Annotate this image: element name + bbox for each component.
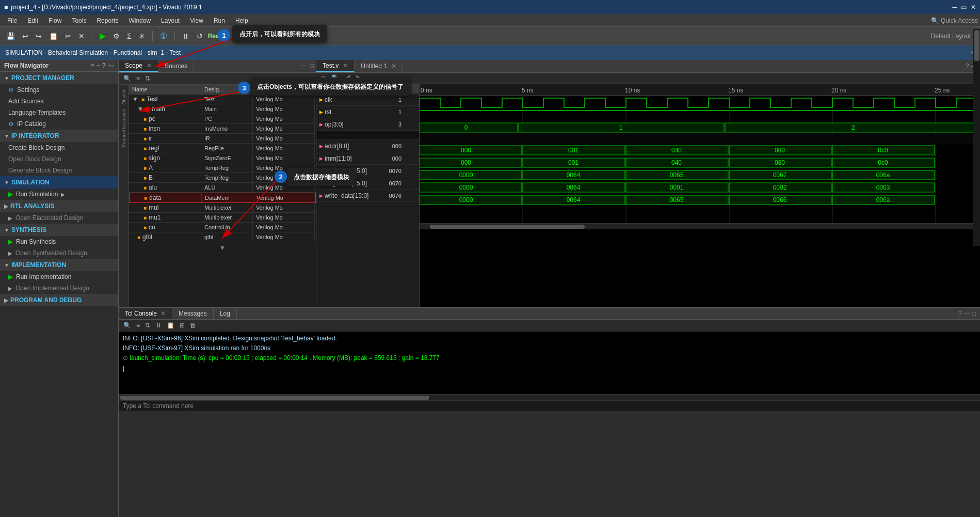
toolbar-delete[interactable]: ✕ [76,31,87,41]
protocol-instances-label[interactable]: Protocol Instances [121,109,126,147]
toolbar-pause[interactable]: ⏸ [180,31,191,41]
section-project-manager[interactable]: ▼ PROJECT MANAGER [0,72,118,84]
nav-language-templates[interactable]: Language Templates [0,107,118,118]
tab-scope-close[interactable]: ✕ [147,62,152,69]
nav-minus-icon[interactable]: − [97,62,100,69]
console-scrollbar-thumb[interactable] [120,396,429,400]
testv-close[interactable]: ✕ [343,62,348,69]
console-search-btn[interactable]: 🔍 [122,321,133,330]
console-minimize-icon[interactable]: — [964,310,970,317]
toolbar-num[interactable]: ① [158,30,169,42]
console-input-bar[interactable]: Type a Tcl command here [119,400,980,411]
nav-generate-block-design[interactable]: Generate Block Design [0,165,118,176]
menu-file[interactable]: File [2,16,22,25]
scope-row-main[interactable]: ▼ ■ main Main Verilog Mo [129,104,316,114]
scope-row-pc[interactable]: ■ pc PC Verilog Mo [129,114,316,124]
scope-maximize[interactable]: □ [308,60,316,72]
tab-tcl-console[interactable]: Tcl Console ✕ [119,308,172,319]
nav-help-icon[interactable]: ? [102,62,106,69]
wave-row-clk[interactable]: ▶ clk 1 [316,93,419,106]
menu-tools[interactable]: Tools [67,16,91,25]
wave-scrollbar-thumb[interactable] [430,225,585,229]
nav-open-synthesized[interactable]: ▶ Open Synthesized Design [0,247,118,259]
wave-row-regdata1[interactable]: ▶ Regdata1[15:0] 0070 [316,165,419,177]
console-maximize-icon[interactable]: □ [972,310,976,317]
nav-create-block-design[interactable]: Create Block Design [0,142,118,153]
quick-access-search[interactable]: 🔍 Quick Access [931,17,978,24]
wave-row-addr[interactable]: ▶ addr[8:0] 000 [316,140,419,152]
scope-row-test[interactable]: ▼ ■ Test Test Verilog Mo [129,95,316,104]
scope-row-insn[interactable]: ■ insn InsMemo Verilog Mo [129,124,316,134]
scope-row-sign[interactable]: ■ sign SignZeroE Verilog Mo [129,153,316,163]
main-expand-icon[interactable]: ▼ [137,105,143,113]
test-expand-icon[interactable]: ▼ [132,96,138,103]
toolbar-sigma[interactable]: Σ [125,31,134,41]
menu-run[interactable]: Run [208,16,230,25]
scope-expand-btn[interactable]: ≡ [135,74,141,83]
tab-log[interactable]: Log [214,308,237,319]
scope-row-cu[interactable]: ■ cu ControlUn Verilog Mo [129,223,316,232]
scope-search-btn[interactable]: 🔍 [122,74,133,83]
wave-row-rst[interactable]: ▶ rst 1 [316,106,419,118]
objects-label[interactable]: Objects [121,89,126,105]
wave-row-write-data[interactable]: ▶ write_data[15:0] 0076 [316,190,419,202]
wave-vscrollbar[interactable] [973,60,980,246]
console-pause-btn[interactable]: ⏸ [154,321,163,330]
tab-sources[interactable]: Sources [158,60,194,72]
tab-testv[interactable]: Test.v ✕ [316,60,355,72]
tab-untitled1[interactable]: Untitled 1 ✕ [355,60,403,72]
toolbar-cut[interactable]: ✂ [63,31,73,41]
nav-run-synthesis[interactable]: ▶ Run Synthesis [0,236,118,247]
scope-scroll-down[interactable]: ▼ [129,242,316,254]
wave-zoom-fit[interactable]: ⟳ [319,74,328,82]
menu-reports[interactable]: Reports [91,16,123,25]
toolbar-copy[interactable]: 📋 [47,31,60,41]
scope-collapse-btn[interactable]: ⇅ [143,74,152,83]
scope-row-alu[interactable]: ■ alu ALU Verilog Mo [129,183,316,193]
scope-row-regf[interactable]: ■ regf RegFile Verilog Mo [129,144,316,153]
menu-window[interactable]: Window [123,16,156,25]
wave-row-regdata2[interactable]: ▶ Regdata2[15:0] 0070 [316,177,419,190]
menu-view[interactable]: View [185,16,208,25]
nav-run-simulation[interactable]: ▶ Run Simulation ▶ [0,189,118,200]
section-program-debug[interactable]: ▶ PROGRAM AND DEBUG [0,294,118,306]
menu-layout[interactable]: Layout [156,16,185,25]
tab-messages[interactable]: Messages [172,308,214,319]
scope-minimize[interactable]: — [298,60,308,72]
toolbar-undo[interactable]: ↩ [20,31,30,41]
restore-btn[interactable]: ▭ [961,4,967,11]
wave-display-area[interactable]: 0 ns 5 ns 10 ns 15 ns 20 ns 25 ns [420,84,980,307]
tcl-close[interactable]: ✕ [160,310,166,317]
console-expand-btn[interactable]: ≡ [135,321,141,330]
console-copy-btn[interactable]: 📋 [165,321,176,330]
console-help-icon[interactable]: ? [958,310,962,317]
nav-open-block-design[interactable]: Open Block Design [0,153,118,165]
scope-row-data[interactable]: ■ data DataMem Verilog Mo [129,193,316,203]
toolbar-save[interactable]: 💾 [4,31,17,41]
toolbar-redo[interactable]: ↪ [34,31,44,41]
nav-expand-icon[interactable]: ≡ [91,62,94,69]
wave-prev-edge[interactable]: ◀| [343,74,352,82]
title-bar-right[interactable]: ─ ▭ ✕ [952,4,976,11]
toolbar-settings[interactable]: ⚙ [111,31,122,41]
wave-row-op[interactable]: ▶ op[3:0] 3 [316,118,419,131]
menu-edit[interactable]: Edit [22,16,43,25]
nav-ip-catalog[interactable]: ⚙ IP Catalog [0,118,118,130]
nav-open-elaborated[interactable]: ▶ Open Elaborated Design [0,212,118,224]
close-btn[interactable]: ✕ [971,4,976,11]
section-ip-integrator[interactable]: ▼ IP INTEGRATOR [0,130,118,142]
menu-flow[interactable]: Flow [43,16,67,25]
nav-close-icon[interactable]: — [108,62,114,69]
wave-next-edge[interactable]: |▶ [354,74,363,82]
nav-open-implemented[interactable]: ▶ Open Implemented Design [0,283,118,294]
console-collapse-btn[interactable]: ⇅ [143,321,152,330]
toolbar-run[interactable]: ▶ [98,30,108,42]
section-synthesis[interactable]: ▼ SYNTHESIS [0,224,118,236]
wave-hscrollbar[interactable] [420,223,980,229]
scope-row-b[interactable]: ■ B TempReg Verilog Mo [129,173,316,183]
toolbar-asterisk[interactable]: ✳ [137,31,147,41]
scope-row-mu1[interactable]: ■ mu1 Multiplexer Verilog Mo [129,213,316,223]
console-clear-btn[interactable]: 🗑 [188,321,198,330]
console-grid-btn[interactable]: ⊞ [178,321,186,330]
wave-zoom-in[interactable]: 🔍 [330,74,341,82]
